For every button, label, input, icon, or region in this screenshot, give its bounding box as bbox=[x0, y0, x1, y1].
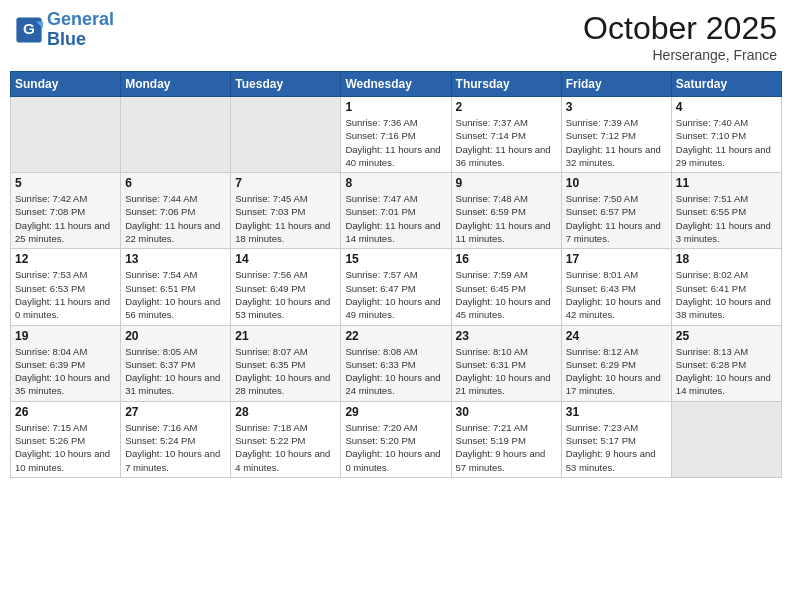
day-content: Sunrise: 7:53 AM Sunset: 6:53 PM Dayligh… bbox=[15, 268, 116, 321]
calendar-cell: 11Sunrise: 7:51 AM Sunset: 6:55 PM Dayli… bbox=[671, 173, 781, 249]
calendar-cell: 29Sunrise: 7:20 AM Sunset: 5:20 PM Dayli… bbox=[341, 401, 451, 477]
calendar-cell: 31Sunrise: 7:23 AM Sunset: 5:17 PM Dayli… bbox=[561, 401, 671, 477]
day-number: 15 bbox=[345, 252, 446, 266]
day-content: Sunrise: 7:39 AM Sunset: 7:12 PM Dayligh… bbox=[566, 116, 667, 169]
logo: G General Blue bbox=[15, 10, 114, 50]
day-number: 5 bbox=[15, 176, 116, 190]
day-content: Sunrise: 7:48 AM Sunset: 6:59 PM Dayligh… bbox=[456, 192, 557, 245]
day-number: 29 bbox=[345, 405, 446, 419]
calendar-week-row: 12Sunrise: 7:53 AM Sunset: 6:53 PM Dayli… bbox=[11, 249, 782, 325]
calendar-cell: 26Sunrise: 7:15 AM Sunset: 5:26 PM Dayli… bbox=[11, 401, 121, 477]
day-number: 10 bbox=[566, 176, 667, 190]
day-number: 9 bbox=[456, 176, 557, 190]
day-number: 16 bbox=[456, 252, 557, 266]
calendar-cell bbox=[121, 97, 231, 173]
day-number: 12 bbox=[15, 252, 116, 266]
calendar-cell: 16Sunrise: 7:59 AM Sunset: 6:45 PM Dayli… bbox=[451, 249, 561, 325]
day-number: 23 bbox=[456, 329, 557, 343]
logo-text: General Blue bbox=[47, 10, 114, 50]
day-number: 24 bbox=[566, 329, 667, 343]
day-number: 21 bbox=[235, 329, 336, 343]
day-number: 18 bbox=[676, 252, 777, 266]
weekday-header: Friday bbox=[561, 72, 671, 97]
calendar-cell: 20Sunrise: 8:05 AM Sunset: 6:37 PM Dayli… bbox=[121, 325, 231, 401]
day-number: 17 bbox=[566, 252, 667, 266]
day-number: 27 bbox=[125, 405, 226, 419]
calendar-cell: 24Sunrise: 8:12 AM Sunset: 6:29 PM Dayli… bbox=[561, 325, 671, 401]
day-number: 8 bbox=[345, 176, 446, 190]
day-number: 13 bbox=[125, 252, 226, 266]
calendar-cell: 19Sunrise: 8:04 AM Sunset: 6:39 PM Dayli… bbox=[11, 325, 121, 401]
calendar-cell: 30Sunrise: 7:21 AM Sunset: 5:19 PM Dayli… bbox=[451, 401, 561, 477]
day-content: Sunrise: 7:20 AM Sunset: 5:20 PM Dayligh… bbox=[345, 421, 446, 474]
day-content: Sunrise: 8:07 AM Sunset: 6:35 PM Dayligh… bbox=[235, 345, 336, 398]
calendar-week-row: 1Sunrise: 7:36 AM Sunset: 7:16 PM Daylig… bbox=[11, 97, 782, 173]
calendar-cell: 3Sunrise: 7:39 AM Sunset: 7:12 PM Daylig… bbox=[561, 97, 671, 173]
calendar-cell: 13Sunrise: 7:54 AM Sunset: 6:51 PM Dayli… bbox=[121, 249, 231, 325]
day-number: 1 bbox=[345, 100, 446, 114]
day-content: Sunrise: 8:05 AM Sunset: 6:37 PM Dayligh… bbox=[125, 345, 226, 398]
calendar-week-row: 19Sunrise: 8:04 AM Sunset: 6:39 PM Dayli… bbox=[11, 325, 782, 401]
calendar-cell: 9Sunrise: 7:48 AM Sunset: 6:59 PM Daylig… bbox=[451, 173, 561, 249]
weekday-header: Monday bbox=[121, 72, 231, 97]
calendar-cell: 5Sunrise: 7:42 AM Sunset: 7:08 PM Daylig… bbox=[11, 173, 121, 249]
weekday-header: Saturday bbox=[671, 72, 781, 97]
logo-icon: G bbox=[15, 16, 43, 44]
day-content: Sunrise: 7:36 AM Sunset: 7:16 PM Dayligh… bbox=[345, 116, 446, 169]
day-content: Sunrise: 8:08 AM Sunset: 6:33 PM Dayligh… bbox=[345, 345, 446, 398]
day-number: 22 bbox=[345, 329, 446, 343]
calendar-cell: 8Sunrise: 7:47 AM Sunset: 7:01 PM Daylig… bbox=[341, 173, 451, 249]
day-number: 3 bbox=[566, 100, 667, 114]
svg-text:G: G bbox=[23, 20, 35, 37]
calendar-cell: 6Sunrise: 7:44 AM Sunset: 7:06 PM Daylig… bbox=[121, 173, 231, 249]
calendar-week-row: 26Sunrise: 7:15 AM Sunset: 5:26 PM Dayli… bbox=[11, 401, 782, 477]
month-title: October 2025 bbox=[583, 10, 777, 47]
day-number: 4 bbox=[676, 100, 777, 114]
day-content: Sunrise: 8:04 AM Sunset: 6:39 PM Dayligh… bbox=[15, 345, 116, 398]
day-content: Sunrise: 7:44 AM Sunset: 7:06 PM Dayligh… bbox=[125, 192, 226, 245]
day-number: 11 bbox=[676, 176, 777, 190]
day-content: Sunrise: 7:21 AM Sunset: 5:19 PM Dayligh… bbox=[456, 421, 557, 474]
calendar-week-row: 5Sunrise: 7:42 AM Sunset: 7:08 PM Daylig… bbox=[11, 173, 782, 249]
day-number: 14 bbox=[235, 252, 336, 266]
calendar-table: SundayMondayTuesdayWednesdayThursdayFrid… bbox=[10, 71, 782, 478]
calendar-cell: 2Sunrise: 7:37 AM Sunset: 7:14 PM Daylig… bbox=[451, 97, 561, 173]
calendar-cell bbox=[231, 97, 341, 173]
day-content: Sunrise: 7:15 AM Sunset: 5:26 PM Dayligh… bbox=[15, 421, 116, 474]
day-content: Sunrise: 7:51 AM Sunset: 6:55 PM Dayligh… bbox=[676, 192, 777, 245]
day-number: 31 bbox=[566, 405, 667, 419]
day-number: 26 bbox=[15, 405, 116, 419]
day-content: Sunrise: 8:01 AM Sunset: 6:43 PM Dayligh… bbox=[566, 268, 667, 321]
weekday-header: Sunday bbox=[11, 72, 121, 97]
calendar-cell: 4Sunrise: 7:40 AM Sunset: 7:10 PM Daylig… bbox=[671, 97, 781, 173]
day-content: Sunrise: 7:56 AM Sunset: 6:49 PM Dayligh… bbox=[235, 268, 336, 321]
day-content: Sunrise: 7:18 AM Sunset: 5:22 PM Dayligh… bbox=[235, 421, 336, 474]
weekday-header: Tuesday bbox=[231, 72, 341, 97]
calendar-cell: 12Sunrise: 7:53 AM Sunset: 6:53 PM Dayli… bbox=[11, 249, 121, 325]
day-content: Sunrise: 7:37 AM Sunset: 7:14 PM Dayligh… bbox=[456, 116, 557, 169]
day-content: Sunrise: 7:16 AM Sunset: 5:24 PM Dayligh… bbox=[125, 421, 226, 474]
day-content: Sunrise: 7:23 AM Sunset: 5:17 PM Dayligh… bbox=[566, 421, 667, 474]
weekday-header: Thursday bbox=[451, 72, 561, 97]
day-number: 28 bbox=[235, 405, 336, 419]
title-block: October 2025 Herserange, France bbox=[583, 10, 777, 63]
day-content: Sunrise: 8:13 AM Sunset: 6:28 PM Dayligh… bbox=[676, 345, 777, 398]
day-content: Sunrise: 8:12 AM Sunset: 6:29 PM Dayligh… bbox=[566, 345, 667, 398]
calendar-cell: 10Sunrise: 7:50 AM Sunset: 6:57 PM Dayli… bbox=[561, 173, 671, 249]
day-content: Sunrise: 7:57 AM Sunset: 6:47 PM Dayligh… bbox=[345, 268, 446, 321]
calendar-cell: 18Sunrise: 8:02 AM Sunset: 6:41 PM Dayli… bbox=[671, 249, 781, 325]
day-number: 25 bbox=[676, 329, 777, 343]
day-content: Sunrise: 8:02 AM Sunset: 6:41 PM Dayligh… bbox=[676, 268, 777, 321]
calendar-cell: 17Sunrise: 8:01 AM Sunset: 6:43 PM Dayli… bbox=[561, 249, 671, 325]
calendar-cell: 25Sunrise: 8:13 AM Sunset: 6:28 PM Dayli… bbox=[671, 325, 781, 401]
day-number: 6 bbox=[125, 176, 226, 190]
calendar-cell: 22Sunrise: 8:08 AM Sunset: 6:33 PM Dayli… bbox=[341, 325, 451, 401]
day-content: Sunrise: 7:45 AM Sunset: 7:03 PM Dayligh… bbox=[235, 192, 336, 245]
calendar-cell: 21Sunrise: 8:07 AM Sunset: 6:35 PM Dayli… bbox=[231, 325, 341, 401]
calendar-cell: 14Sunrise: 7:56 AM Sunset: 6:49 PM Dayli… bbox=[231, 249, 341, 325]
day-content: Sunrise: 8:10 AM Sunset: 6:31 PM Dayligh… bbox=[456, 345, 557, 398]
location-subtitle: Herserange, France bbox=[583, 47, 777, 63]
day-number: 2 bbox=[456, 100, 557, 114]
calendar-cell: 1Sunrise: 7:36 AM Sunset: 7:16 PM Daylig… bbox=[341, 97, 451, 173]
day-content: Sunrise: 7:59 AM Sunset: 6:45 PM Dayligh… bbox=[456, 268, 557, 321]
